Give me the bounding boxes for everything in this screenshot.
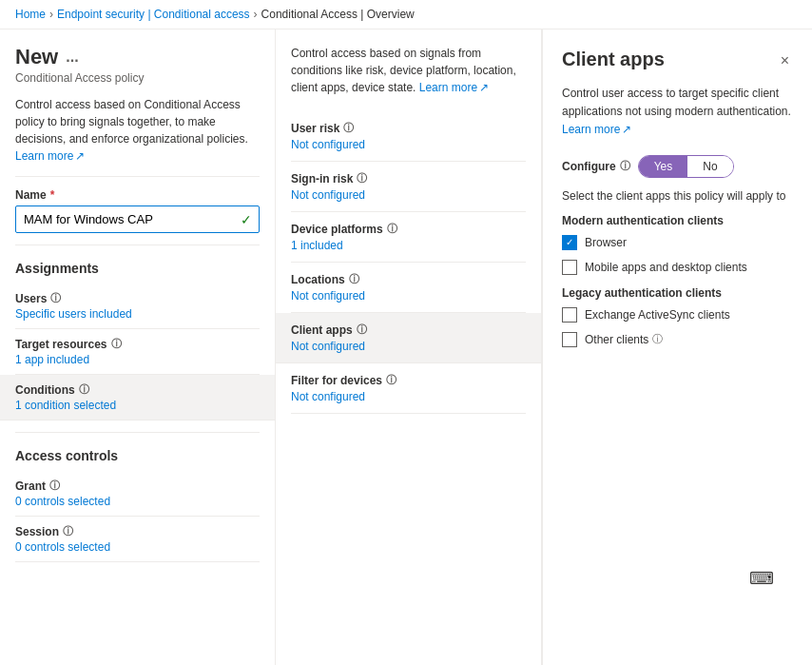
session-nav-value: 0 controls selected [15,540,260,554]
condition-name: Device platforms ⓘ [291,222,526,236]
policy-name-input[interactable] [15,205,260,233]
name-input-wrapper: ✓ [15,205,260,233]
condition-row-undefined[interactable]: Locations ⓘ Not configured [291,263,526,313]
close-button[interactable]: × [777,49,793,73]
browser-checkbox-row[interactable]: Browser [562,235,793,250]
breadcrumb: Home › Endpoint security | Conditional a… [0,0,812,29]
cursor: ⌨ [749,568,774,589]
condition-info-icon: ⓘ [357,323,367,337]
target-resources-nav-item[interactable]: Target resources ⓘ 1 app included [15,329,260,375]
modern-auth-label: Modern authentication clients [562,214,793,227]
other-clients-info-icon: ⓘ [652,332,663,346]
panel-external-icon: ↗ [622,121,631,139]
target-info-icon: ⓘ [111,337,122,351]
grant-nav-item[interactable]: Grant ⓘ 0 controls selected [15,471,260,517]
other-clients-label: Other clients ⓘ [585,332,663,346]
conditions-description: Control access based on signals from con… [291,45,526,96]
condition-name: Client apps ⓘ [291,323,526,337]
access-controls-heading: Access controls [15,448,260,463]
condition-info-icon: ⓘ [386,373,396,387]
conditions-nav-item[interactable]: Conditions ⓘ 1 condition selected [0,375,275,421]
browser-label: Browser [585,236,627,249]
target-resources-nav-value: 1 app included [15,353,260,366]
condition-info-icon: ⓘ [349,272,359,286]
policy-title: New ... [15,45,260,69]
configure-row: Configure ⓘ Yes No [562,155,793,178]
condition-info-icon: ⓘ [387,222,397,236]
condition-name: Sign-in risk ⓘ [291,171,526,186]
left-panel: New ... Conditional Access policy Contro… [0,29,276,665]
condition-name: Filter for devices ⓘ [291,373,526,387]
users-info-icon: ⓘ [50,291,61,305]
condition-value: Not configured [291,390,526,403]
condition-value: Not configured [291,289,526,303]
policy-subtitle: Conditional Access policy [15,71,260,85]
condition-row-undefined[interactable]: User risk ⓘ Not configured [291,111,526,162]
mobile-checkbox[interactable] [562,260,577,275]
condition-row-undefined[interactable]: Device platforms ⓘ 1 included [291,212,526,263]
conditions-info-icon: ⓘ [79,382,89,397]
configure-info-icon: ⓘ [620,159,630,173]
toggle-yes-button[interactable]: Yes [639,156,688,177]
name-check-icon: ✓ [241,212,252,227]
condition-value: Not configured [291,188,526,202]
panel-description: Control user access to target specific c… [562,85,793,140]
other-clients-checkbox-row[interactable]: Other clients ⓘ [562,332,793,347]
breadcrumb-home[interactable]: Home [15,8,46,21]
browser-checkbox[interactable] [562,235,577,250]
breadcrumb-current: Conditional Access | Overview [261,8,415,21]
users-nav-value: Specific users included [15,307,260,321]
more-options-button[interactable]: ... [66,49,78,66]
required-indicator: * [50,188,55,202]
condition-info-icon: ⓘ [357,171,367,186]
external-link-icon: ↗ [75,147,85,165]
exchange-checkbox[interactable] [562,307,577,323]
client-apps-panel: Client apps × Control user access to tar… [542,29,812,665]
other-clients-checkbox[interactable] [562,332,577,347]
name-label: Name * [15,188,260,202]
condition-row-undefined[interactable]: Client apps ⓘ Not configured [276,313,541,363]
condition-value: Not configured [291,340,526,353]
select-label: Select the client apps this policy will … [562,189,793,203]
configure-label: Configure ⓘ [562,159,630,173]
grant-info-icon: ⓘ [49,479,60,493]
condition-row-undefined[interactable]: Sign-in risk ⓘ Not configured [291,162,526,212]
condition-name: Locations ⓘ [291,272,526,286]
conditions-list: User risk ⓘ Not configured Sign-in risk … [291,111,526,414]
legacy-auth-label: Legacy authentication clients [562,286,793,300]
grant-nav-value: 0 controls selected [15,495,260,508]
session-info-icon: ⓘ [63,524,73,538]
conditions-nav-value: 1 condition selected [15,399,260,412]
breadcrumb-endpoint[interactable]: Endpoint security | Conditional access [57,8,250,21]
description-learn-more[interactable]: Learn more ↗ [15,147,85,165]
exchange-checkbox-row[interactable]: Exchange ActiveSync clients [562,307,793,323]
assignments-heading: Assignments [15,261,260,276]
policy-description: Control access based on Conditional Acce… [15,96,260,165]
conditions-external-icon: ↗ [479,79,489,96]
session-nav-item[interactable]: Session ⓘ 0 controls selected [15,517,260,562]
configure-toggle: Yes No [638,155,734,178]
exchange-label: Exchange ActiveSync clients [585,308,730,322]
condition-row-undefined[interactable]: Filter for devices ⓘ Not configured [291,363,526,414]
panel-learn-more[interactable]: Learn more ↗ [562,121,631,139]
toggle-no-button[interactable]: No [687,156,732,177]
users-nav-item[interactable]: Users ⓘ Specific users included [15,284,260,329]
middle-panel: Control access based on signals from con… [276,29,542,665]
condition-name: User risk ⓘ [291,121,526,135]
panel-title: Client apps [562,49,665,70]
mobile-checkbox-row[interactable]: Mobile apps and desktop clients [562,260,793,275]
condition-info-icon: ⓘ [343,121,354,135]
panel-header: Client apps × [562,49,793,73]
condition-value: 1 included [291,239,526,252]
condition-value: Not configured [291,138,526,151]
mobile-label: Mobile apps and desktop clients [585,261,747,274]
conditions-learn-more[interactable]: Learn more ↗ [419,79,489,96]
